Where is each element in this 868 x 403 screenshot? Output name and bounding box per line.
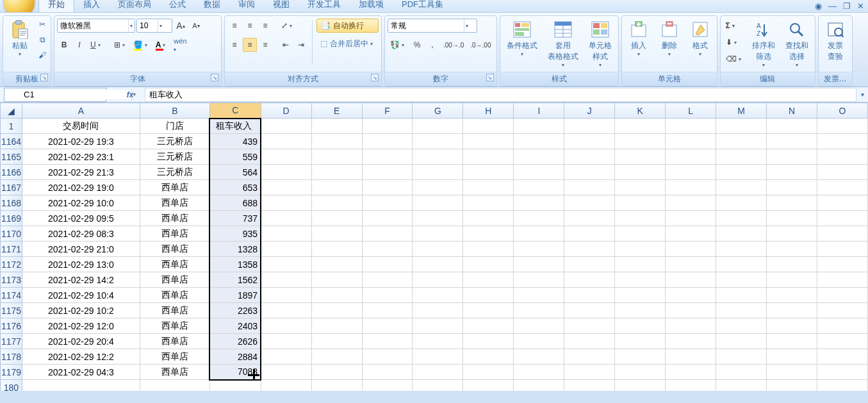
row-header[interactable]: 1174 (1, 288, 22, 303)
office-button[interactable] (4, 0, 35, 13)
cell[interactable] (666, 380, 716, 391)
cell[interactable] (311, 349, 362, 365)
cell[interactable] (413, 380, 463, 391)
cell[interactable] (261, 211, 311, 226)
tab-insert[interactable]: 插入 (74, 0, 109, 12)
number-format-dropdown[interactable]: ▾ (464, 19, 470, 32)
col-header-C[interactable]: C (209, 103, 261, 119)
cell[interactable]: 737 (209, 211, 261, 226)
cell[interactable] (362, 195, 413, 211)
number-format-input[interactable] (388, 19, 464, 32)
invoice-check-button[interactable]: 发票 查验 (821, 19, 849, 63)
cell[interactable] (514, 365, 564, 380)
cell[interactable]: 2884 (209, 349, 261, 365)
cell[interactable] (564, 195, 615, 211)
cell[interactable] (463, 334, 514, 349)
cell[interactable] (564, 180, 615, 195)
col-header-A[interactable]: A (22, 103, 140, 119)
cell[interactable] (463, 365, 514, 380)
orientation-button[interactable]: ⤢▾ (279, 19, 297, 33)
increase-indent-button[interactable]: ⇥ (294, 38, 308, 52)
cell[interactable] (615, 365, 666, 380)
cell[interactable]: 三元桥店 (140, 134, 209, 149)
col-header-I[interactable]: I (514, 103, 564, 119)
percent-button[interactable]: % (410, 38, 424, 52)
cell[interactable] (766, 334, 817, 349)
merge-center-dropdown[interactable]: ▾ (368, 41, 375, 47)
cell[interactable] (413, 303, 463, 318)
table-style-button[interactable]: 套用 表格格式▾ (544, 19, 582, 69)
tab-home[interactable]: 开始 (38, 0, 74, 12)
cell[interactable] (311, 318, 362, 334)
cell[interactable] (817, 149, 867, 165)
font-color-button[interactable]: A▾ (153, 38, 170, 52)
cell[interactable] (362, 303, 413, 318)
cell[interactable]: 935 (209, 226, 261, 242)
cell[interactable] (716, 195, 767, 211)
cell[interactable] (666, 149, 716, 165)
cell[interactable] (716, 242, 767, 257)
cell[interactable] (463, 349, 514, 365)
cell[interactable] (463, 119, 514, 134)
worksheet[interactable]: ◢ A B C D E F G H I J K L M N O 1交易时间门店租… (0, 103, 868, 391)
row-header[interactable]: 1177 (1, 334, 22, 349)
cell[interactable] (615, 134, 666, 149)
delete-cells-button[interactable]: 删除▾ (655, 19, 684, 58)
font-size-combo[interactable]: ▾ (136, 19, 172, 33)
cell[interactable] (261, 365, 311, 380)
tab-view[interactable]: 视图 (264, 0, 299, 12)
cell[interactable]: 2021-02-29 12:2 (22, 349, 140, 365)
cell[interactable] (362, 349, 413, 365)
row-header[interactable]: 1168 (1, 195, 22, 211)
cell[interactable] (766, 134, 817, 149)
col-header-J[interactable]: J (564, 103, 615, 119)
cell[interactable] (311, 211, 362, 226)
col-header-N[interactable]: N (766, 103, 817, 119)
cell[interactable] (463, 211, 514, 226)
cell[interactable] (261, 119, 311, 134)
cell[interactable] (817, 226, 867, 242)
row-header[interactable]: 1171 (1, 242, 22, 257)
cell[interactable] (261, 334, 311, 349)
cell[interactable] (666, 119, 716, 134)
cell[interactable] (766, 349, 817, 365)
cell[interactable] (261, 288, 311, 303)
cell[interactable]: 2021-02-29 19:0 (22, 180, 140, 195)
cell[interactable]: 2021-02-29 19:3 (22, 134, 140, 149)
merge-center-button[interactable]: ⬚ 合并后居中 ▾ (316, 37, 379, 51)
increase-decimal-button[interactable]: .00→.0 (441, 38, 466, 52)
row-header[interactable]: 1164 (1, 134, 22, 149)
cell[interactable] (514, 226, 564, 242)
cell[interactable] (666, 242, 716, 257)
window-minimize-icon[interactable]: — (828, 1, 837, 11)
cell[interactable] (261, 149, 311, 165)
number-format-combo[interactable]: ▾ (388, 19, 477, 33)
cell[interactable] (413, 119, 463, 134)
cell[interactable] (514, 119, 564, 134)
comma-button[interactable]: , (425, 38, 439, 52)
increase-font-button[interactable]: A▴ (174, 19, 188, 33)
cell[interactable] (817, 180, 867, 195)
cell[interactable]: 2021-02-29 21:0 (22, 242, 140, 257)
cell[interactable] (514, 195, 564, 211)
cell[interactable] (413, 211, 463, 226)
cell[interactable] (514, 318, 564, 334)
cell[interactable] (716, 211, 767, 226)
format-cells-button[interactable]: 格式▾ (686, 19, 714, 58)
cell[interactable] (817, 288, 867, 303)
cell-style-button[interactable]: 单元格 样式▾ (585, 19, 616, 69)
cell[interactable] (261, 180, 311, 195)
cell[interactable]: 西单店 (140, 226, 209, 242)
cell[interactable] (362, 318, 413, 334)
cell[interactable]: 租车收入 (209, 119, 261, 134)
cell[interactable] (514, 334, 564, 349)
cell[interactable] (716, 226, 767, 242)
cell[interactable]: 653 (209, 180, 261, 195)
cell[interactable]: 西单店 (140, 257, 209, 272)
cell[interactable] (261, 242, 311, 257)
cell[interactable] (817, 272, 867, 288)
cell[interactable] (615, 211, 666, 226)
find-select-button[interactable]: 查找和 选择▾ (782, 19, 812, 69)
cell[interactable] (564, 288, 615, 303)
cell[interactable] (22, 380, 140, 391)
